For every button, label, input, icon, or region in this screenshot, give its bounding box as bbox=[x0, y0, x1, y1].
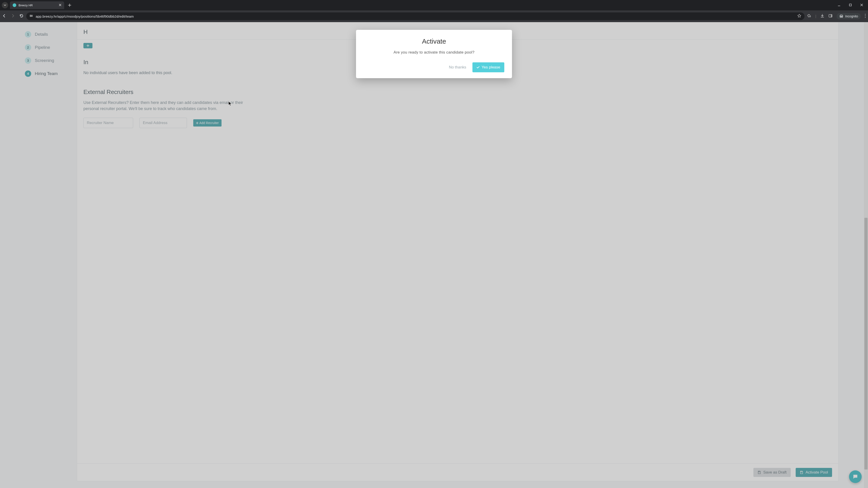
svg-rect-5 bbox=[831, 14, 832, 17]
activate-modal: Activate Are you ready to activate this … bbox=[356, 30, 512, 78]
modal-actions: No thanks Yes please bbox=[364, 62, 504, 72]
extensions-button[interactable] bbox=[807, 14, 811, 19]
check-icon bbox=[476, 66, 480, 69]
reload-button[interactable] bbox=[20, 14, 24, 19]
side-panel-button[interactable] bbox=[829, 14, 833, 19]
star-icon bbox=[797, 14, 801, 18]
arrow-right-icon bbox=[11, 14, 15, 18]
bookmark-button[interactable] bbox=[797, 14, 801, 19]
svg-point-9 bbox=[865, 15, 866, 16]
modal-confirm-label: Yes please bbox=[482, 65, 500, 70]
window-controls bbox=[836, 3, 866, 7]
chevron-down-icon bbox=[4, 4, 6, 6]
maximize-button[interactable] bbox=[848, 3, 853, 7]
dots-vertical-icon bbox=[865, 14, 866, 18]
downloads-button[interactable] bbox=[820, 14, 825, 19]
modal-cancel-button[interactable]: No thanks bbox=[449, 65, 466, 70]
url-text: app.breezy.hr/app/c/moodjoy/positions/5b… bbox=[36, 14, 134, 18]
modal-title: Activate bbox=[364, 37, 504, 45]
cursor-icon bbox=[228, 101, 232, 106]
panel-icon bbox=[829, 14, 833, 18]
arrow-left-icon bbox=[2, 14, 6, 18]
browser-tab-active[interactable]: Breezy HR bbox=[10, 1, 64, 9]
maximize-icon bbox=[849, 4, 852, 6]
svg-rect-0 bbox=[849, 4, 851, 6]
svg-point-3 bbox=[31, 16, 31, 17]
incognito-badge[interactable]: Incognito bbox=[837, 13, 861, 20]
page-viewport: 1 Details 2 Pipeline 3 Screening 4 Hirin… bbox=[0, 22, 868, 488]
tab-title: Breezy HR bbox=[19, 4, 57, 7]
close-icon bbox=[860, 4, 863, 6]
modal-confirm-button[interactable]: Yes please bbox=[472, 62, 504, 72]
svg-point-8 bbox=[865, 14, 866, 14]
site-settings-icon[interactable] bbox=[29, 14, 33, 19]
new-tab-button[interactable] bbox=[66, 2, 73, 8]
svg-point-1 bbox=[30, 15, 31, 15]
back-button[interactable] bbox=[2, 14, 6, 19]
close-window-button[interactable] bbox=[859, 3, 864, 7]
svg-point-10 bbox=[865, 17, 866, 18]
minimize-button[interactable] bbox=[836, 3, 842, 7]
modal-backdrop[interactable] bbox=[0, 22, 868, 488]
modal-cancel-label: No thanks bbox=[449, 65, 466, 69]
svg-point-2 bbox=[32, 15, 32, 16]
incognito-label: Incognito bbox=[845, 14, 858, 18]
minimize-icon bbox=[838, 4, 840, 6]
address-bar[interactable]: app.breezy.hr/app/c/moodjoy/positions/5b… bbox=[26, 12, 804, 20]
forward-button[interactable] bbox=[11, 14, 15, 19]
browser-menu-button[interactable] bbox=[865, 14, 866, 19]
browser-toolbar: app.breezy.hr/app/c/moodjoy/positions/5b… bbox=[0, 10, 868, 22]
tab-strip: Breezy HR bbox=[0, 0, 868, 10]
plus-icon bbox=[68, 4, 71, 7]
close-tab-button[interactable] bbox=[59, 3, 61, 7]
mouse-cursor bbox=[228, 101, 232, 106]
download-icon bbox=[820, 14, 825, 18]
svg-point-6 bbox=[840, 17, 841, 18]
tabs-dropdown-button[interactable] bbox=[2, 2, 8, 8]
close-icon bbox=[59, 4, 61, 6]
svg-point-7 bbox=[842, 17, 843, 18]
incognito-icon bbox=[839, 15, 843, 18]
modal-body-text: Are you ready to activate this candidate… bbox=[364, 50, 504, 55]
puzzle-icon bbox=[807, 14, 811, 18]
favicon-icon bbox=[13, 3, 16, 7]
reload-icon bbox=[20, 14, 24, 18]
